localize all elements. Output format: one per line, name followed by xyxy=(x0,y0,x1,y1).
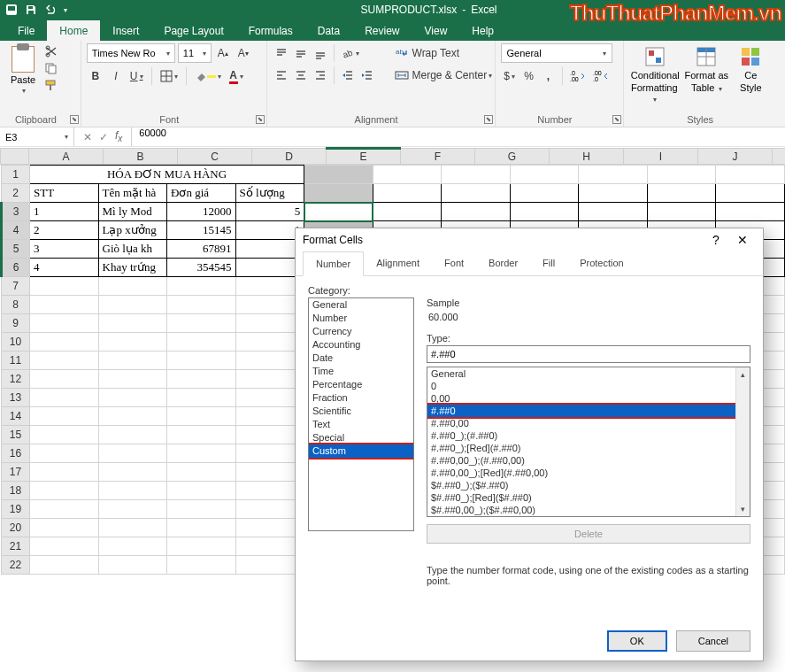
column-header[interactable]: D xyxy=(252,149,327,165)
increase-decimal-button[interactable]: .0.00 xyxy=(567,66,589,86)
table-header[interactable]: Tên mặt hà xyxy=(98,184,167,203)
table-cell[interactable]: 1 xyxy=(30,203,99,221)
row-header[interactable]: 7 xyxy=(2,277,30,296)
dialog-tab-fill[interactable]: Fill xyxy=(530,251,567,275)
align-right-icon[interactable] xyxy=(312,66,329,85)
table-cell[interactable]: 15145 xyxy=(167,221,236,240)
underline-button[interactable]: U ▾ xyxy=(127,66,146,86)
category-item[interactable]: Time xyxy=(309,365,413,378)
ribbon-tab-help[interactable]: Help xyxy=(459,20,506,41)
ribbon-tab-insert[interactable]: Insert xyxy=(100,20,151,41)
cancel-button[interactable]: Cancel xyxy=(676,630,750,652)
borders-button[interactable]: ▾ xyxy=(158,66,181,86)
table-cell[interactable]: Khay trứng xyxy=(98,259,167,277)
table-cell[interactable]: 1 xyxy=(235,259,304,277)
qat-caret-icon[interactable]: ▾ xyxy=(64,6,67,14)
decrease-font-icon[interactable]: A▾ xyxy=(235,43,252,63)
table-cell[interactable]: 4 xyxy=(30,259,99,277)
column-header[interactable]: F xyxy=(401,149,475,165)
font-size-combo[interactable]: 11▾ xyxy=(178,43,212,63)
fx-icon[interactable]: fx xyxy=(115,129,122,143)
name-box[interactable]: E3▾ xyxy=(0,127,74,146)
bold-button[interactable]: B xyxy=(87,66,104,86)
sheet-title[interactable]: HÓA ĐƠN MUA HÀNG xyxy=(30,166,304,184)
percent-button[interactable]: % xyxy=(520,66,538,86)
row-header[interactable]: 13 xyxy=(2,389,30,407)
ok-button[interactable]: OK xyxy=(607,630,667,652)
row-header[interactable]: 14 xyxy=(2,407,30,426)
row-header[interactable]: 22 xyxy=(2,556,30,575)
enter-formula-icon[interactable]: ✓ xyxy=(99,131,108,143)
column-header[interactable]: K xyxy=(773,149,786,165)
wrap-text-button[interactable]: ab Wrap Text xyxy=(392,43,498,63)
ribbon-tab-data[interactable]: Data xyxy=(305,20,352,41)
ribbon-tab-view[interactable]: View xyxy=(412,20,460,41)
select-all-corner[interactable] xyxy=(1,149,29,165)
row-header[interactable]: 11 xyxy=(2,351,30,370)
row-header[interactable]: 17 xyxy=(2,463,30,482)
row-header[interactable]: 19 xyxy=(2,500,30,519)
table-cell[interactable]: Giò lụa kh xyxy=(98,240,167,259)
autosave-icon[interactable] xyxy=(5,4,18,16)
table-cell[interactable]: Lạp xưởng xyxy=(98,221,167,240)
table-header[interactable]: STT xyxy=(30,184,99,203)
type-item[interactable]: General xyxy=(427,367,750,380)
category-item[interactable]: Currency xyxy=(309,325,413,338)
row-header[interactable]: 6 xyxy=(2,259,30,277)
row-header[interactable]: 5 xyxy=(2,240,30,259)
increase-indent-icon[interactable] xyxy=(358,66,376,85)
table-cell[interactable]: 12000 xyxy=(167,203,236,221)
category-item[interactable]: General xyxy=(309,298,413,312)
dialog-tab-protection[interactable]: Protection xyxy=(567,251,636,275)
column-header[interactable]: I xyxy=(624,149,698,165)
format-as-table-button[interactable]: Format as Table ▾ xyxy=(681,43,732,107)
table-cell[interactable]: 354545 xyxy=(167,259,236,277)
format-painter-icon[interactable] xyxy=(44,79,60,93)
decrease-indent-icon[interactable] xyxy=(339,66,357,85)
category-item[interactable]: Custom xyxy=(309,444,413,458)
dialog-tab-number[interactable]: Number xyxy=(303,251,364,276)
italic-button[interactable]: I xyxy=(107,66,125,86)
type-item[interactable]: #.##0,00 xyxy=(427,417,750,429)
comma-button[interactable]: , xyxy=(540,66,558,86)
row-header[interactable]: 18 xyxy=(2,482,30,500)
column-header[interactable]: C xyxy=(178,149,252,165)
formula-input[interactable]: 60000 xyxy=(132,127,785,146)
category-item[interactable]: Scientific xyxy=(309,405,413,418)
delete-button[interactable]: Delete xyxy=(427,524,750,544)
row-header[interactable]: 10 xyxy=(2,333,30,351)
row-header[interactable]: 12 xyxy=(2,370,30,389)
conditional-formatting-button[interactable]: Conditional Formatting ▾ xyxy=(629,43,681,107)
row-header[interactable]: 2 xyxy=(2,184,30,203)
dialog-tab-font[interactable]: Font xyxy=(432,251,476,275)
ribbon-tab-home[interactable]: Home xyxy=(47,20,100,41)
category-item[interactable]: Number xyxy=(309,312,413,325)
align-bottom-icon[interactable] xyxy=(312,43,329,63)
fill-color-button[interactable]: ▾ xyxy=(192,66,224,86)
type-item[interactable]: #.##0_);(#.##0) xyxy=(427,429,750,442)
number-launcher[interactable]: ⬊ xyxy=(612,115,621,124)
type-item[interactable]: 0,00 xyxy=(427,392,750,405)
scroll-up-icon[interactable]: ▴ xyxy=(736,367,750,382)
table-cell[interactable]: 5 xyxy=(235,203,304,221)
category-item[interactable]: Date xyxy=(309,351,413,365)
column-header[interactable]: B xyxy=(104,149,178,165)
align-top-icon[interactable] xyxy=(273,43,290,63)
ribbon-tab-review[interactable]: Review xyxy=(352,20,412,41)
paste-button[interactable]: Paste ▾ xyxy=(5,43,41,107)
font-launcher[interactable]: ⬊ xyxy=(256,115,265,124)
type-item[interactable]: #.##0_);[Red](#.##0) xyxy=(427,442,750,454)
type-list[interactable]: General00,00#.##0#.##0,00#.##0_);(#.##0)… xyxy=(427,367,750,517)
table-cell[interactable]: Mì ly Mod xyxy=(98,203,167,221)
spreadsheet-grid[interactable]: ABCDEFGHIJK xyxy=(0,147,785,165)
row-header[interactable]: 4 xyxy=(2,221,30,240)
cancel-formula-icon[interactable]: ✕ xyxy=(83,131,92,143)
type-item[interactable]: $#.##0,00_);($#.##0,00) xyxy=(427,504,750,516)
type-item[interactable]: $#.##0_);($#.##0) xyxy=(427,479,750,491)
help-icon[interactable]: ? xyxy=(703,233,729,247)
increase-font-icon[interactable]: A▴ xyxy=(214,43,232,63)
column-header[interactable]: G xyxy=(475,149,550,165)
font-name-combo[interactable]: Times New Ro▾ xyxy=(87,43,175,63)
category-item[interactable]: Accounting xyxy=(309,338,413,351)
row-header[interactable]: 16 xyxy=(2,444,30,463)
